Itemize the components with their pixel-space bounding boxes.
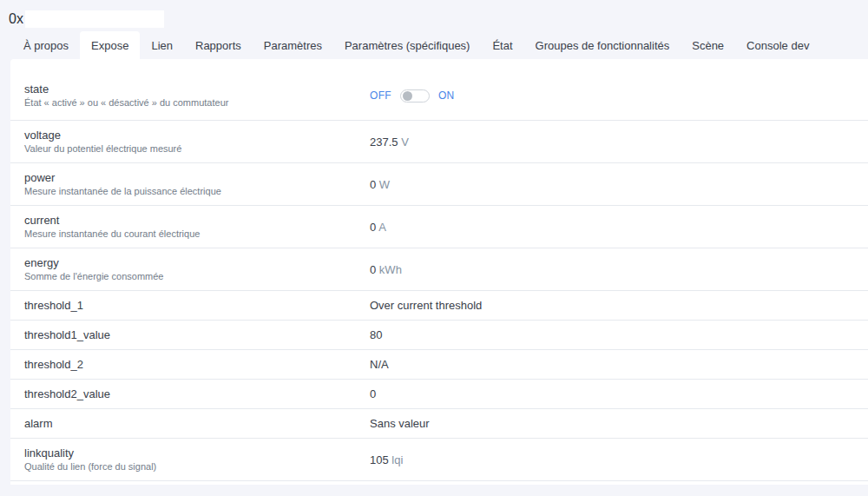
toggle-on-label[interactable]: ON xyxy=(438,89,455,102)
attribute-value: Sans valeur xyxy=(370,416,430,431)
row-info: state État « activé » ou « désactivé » d… xyxy=(24,82,370,109)
attribute-description: Mesure instantanée du courant électrique xyxy=(24,228,370,241)
value-number: 0 xyxy=(370,178,376,191)
tab-expose[interactable]: Expose xyxy=(80,31,140,59)
tab-groupes-de-fonctionnalites[interactable]: Groupes de fonctionnalités xyxy=(524,31,681,59)
expose-row-threshold-2: threshold_2 N/A xyxy=(10,350,868,380)
expose-row-power: power Mesure instantanée de la puissance… xyxy=(10,163,868,206)
device-header: 0x xyxy=(0,0,868,31)
tab-a-propos[interactable]: À propos xyxy=(12,31,80,59)
attribute-name: threshold1_value xyxy=(24,327,370,342)
toggle-knob-icon xyxy=(403,91,412,101)
row-info: alarm xyxy=(24,416,370,431)
row-info: threshold_2 xyxy=(24,357,370,372)
expose-row-alarm: alarm Sans valeur xyxy=(10,409,868,439)
row-info: threshold2_value xyxy=(24,387,370,401)
value-number: 0 xyxy=(370,263,376,276)
tab-console-dev[interactable]: Console dev xyxy=(735,31,820,59)
attribute-name: alarm xyxy=(24,416,370,431)
tab-lien[interactable]: Lien xyxy=(140,31,184,59)
expose-row-linkquality: linkquality Qualité du lien (force du si… xyxy=(10,439,868,481)
value-unit: lqi xyxy=(391,453,403,466)
value-unit: W xyxy=(379,178,390,191)
expose-row-threshold-1: threshold_1 Over current threshold xyxy=(10,291,868,321)
value-unit: A xyxy=(378,221,386,234)
value-unit: kWh xyxy=(379,263,402,276)
tab-etat[interactable]: État xyxy=(481,31,523,59)
row-info: current Mesure instantanée du courant él… xyxy=(24,213,370,241)
expose-row-voltage: voltage Valeur du potentiel électrique m… xyxy=(10,121,868,163)
expose-panel: state État « activé » ou « désactivé » d… xyxy=(10,59,868,485)
row-info: power Mesure instantanée de la puissance… xyxy=(24,170,370,198)
row-info: linkquality Qualité du lien (force du si… xyxy=(24,446,370,473)
attribute-value: 0 kWh xyxy=(370,262,402,277)
expose-row-threshold1-value: threshold1_value 80 xyxy=(10,321,868,350)
device-id-prefix: 0x xyxy=(9,11,23,27)
row-info: voltage Valeur du potentiel électrique m… xyxy=(24,128,370,155)
attribute-value: 0 W xyxy=(370,177,390,192)
attribute-name: voltage xyxy=(24,128,370,142)
row-info: threshold_1 xyxy=(24,298,370,313)
value-number: 105 xyxy=(370,453,389,466)
attribute-name: threshold_1 xyxy=(24,298,370,313)
device-tabs: À propos Expose Lien Rapports Paramètres… xyxy=(0,31,868,59)
attribute-value: Over current threshold xyxy=(370,298,482,313)
expose-row-current: current Mesure instantanée du courant él… xyxy=(10,206,868,248)
attribute-description: Valeur du potentiel électrique mesuré xyxy=(24,142,370,155)
attribute-name: threshold2_value xyxy=(24,387,370,401)
row-info: energy Somme de l'énergie consommée xyxy=(24,255,370,283)
tab-parametres[interactable]: Paramètres xyxy=(253,31,333,59)
attribute-description: Somme de l'énergie consommée xyxy=(24,270,370,283)
attribute-description: Qualité du lien (force du signal) xyxy=(24,460,370,473)
attribute-value: 80 xyxy=(370,327,382,342)
attribute-description: Mesure instantanée de la puissance élect… xyxy=(24,185,370,198)
tab-parametres-specifiques[interactable]: Paramètres (spécifiques) xyxy=(333,31,482,59)
attribute-name: current xyxy=(24,213,370,228)
attribute-value: 0 A xyxy=(370,220,386,235)
attribute-value: 237.5 V xyxy=(370,135,409,149)
value-number: 0 xyxy=(370,221,376,234)
tab-rapports[interactable]: Rapports xyxy=(184,31,253,59)
attribute-name: energy xyxy=(24,255,370,270)
state-toggle-switch[interactable] xyxy=(400,89,430,103)
attribute-name: threshold_2 xyxy=(24,357,370,372)
toggle-off-label[interactable]: OFF xyxy=(370,89,391,102)
attribute-description: État « activé » ou « désactivé » du comm… xyxy=(24,96,370,109)
attribute-value: 105 lqi xyxy=(370,453,403,467)
attribute-name: power xyxy=(24,170,370,185)
attribute-value: 0 xyxy=(370,387,376,401)
attribute-name: state xyxy=(24,82,370,96)
value-number: 237.5 xyxy=(370,136,398,149)
device-name-input[interactable] xyxy=(25,10,164,28)
tab-scene[interactable]: Scène xyxy=(681,31,735,59)
expose-row-state: state État « activé » ou « désactivé » d… xyxy=(10,64,868,121)
attribute-name: linkquality xyxy=(24,446,370,460)
value-unit: V xyxy=(401,136,409,149)
state-toggle-group: OFF ON xyxy=(370,89,455,103)
row-info: threshold1_value xyxy=(24,327,370,342)
expose-row-threshold2-value: threshold2_value 0 xyxy=(10,380,868,409)
attribute-value: N/A xyxy=(370,357,389,372)
expose-row-energy: energy Somme de l'énergie consommée 0 kW… xyxy=(10,248,868,291)
